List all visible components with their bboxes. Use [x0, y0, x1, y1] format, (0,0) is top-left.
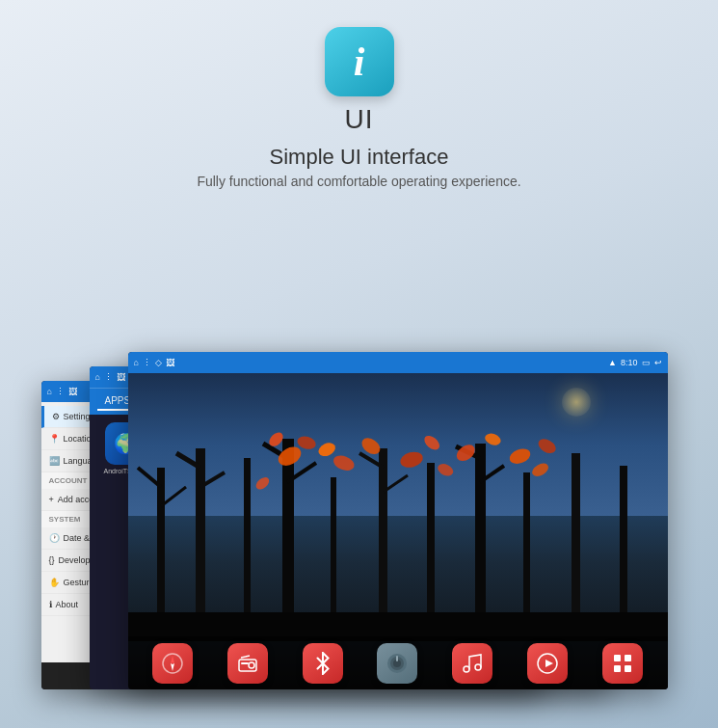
- menu-btn-3[interactable]: ⋮: [143, 358, 151, 367]
- music-svg-icon: [461, 652, 484, 675]
- svg-marker-51: [545, 660, 553, 667]
- status-left-1: ⌂ ⋮ 🖼: [47, 387, 77, 396]
- photo-btn-1[interactable]: 🖼: [68, 387, 77, 396]
- screen-front: ⌂ ⋮ ◇ 🖼 ▲ 8:10 ▭ ↩: [128, 352, 668, 689]
- photo-btn-3[interactable]: 🖼: [166, 358, 174, 367]
- home-btn-2[interactable]: ⌂: [95, 372, 100, 382]
- knob-svg-icon: [386, 652, 409, 675]
- app-icon: i: [325, 27, 394, 96]
- app-title: UI: [345, 104, 374, 135]
- app-icon-letter: i: [354, 41, 365, 82]
- svg-line-41: [241, 656, 250, 658]
- svg-point-49: [475, 664, 481, 670]
- music-dock-icon[interactable]: [452, 643, 492, 684]
- headline: Simple UI interface: [270, 145, 449, 170]
- svg-marker-38: [171, 656, 174, 663]
- svg-rect-7: [475, 444, 486, 641]
- trees-svg: [128, 429, 668, 641]
- home-btn-1[interactable]: ⌂: [47, 387, 52, 396]
- dev-icon: {}: [49, 555, 55, 565]
- knob-dock-icon[interactable]: [377, 643, 417, 684]
- screens-container: ⌂ ⋮ 🖼 ▲ 8:05 ▭ ↩ ⚙ Settings 📍 Location: [32, 352, 687, 728]
- status-left-2: ⌂ ⋮ 🖼: [95, 372, 125, 382]
- grid-dock-icon[interactable]: [602, 643, 643, 684]
- back-btn-3[interactable]: ↩: [654, 358, 662, 367]
- svg-point-42: [249, 662, 254, 668]
- settings-icon: ⚙: [52, 412, 60, 421]
- signal-icon-3: ▲: [608, 358, 617, 367]
- about-icon: ℹ: [49, 600, 52, 609]
- grid-svg-icon: [611, 652, 634, 675]
- about-label: About: [56, 600, 79, 609]
- svg-rect-43: [241, 662, 249, 664]
- svg-rect-3: [282, 439, 294, 641]
- diamond-btn-3[interactable]: ◇: [155, 358, 162, 367]
- subheadline: Fully functional and comfortable operati…: [197, 174, 520, 189]
- bluetooth-dock-icon[interactable]: [303, 643, 343, 684]
- svg-rect-53: [625, 655, 631, 661]
- menu-btn-1[interactable]: ⋮: [56, 387, 65, 396]
- clock-icon: 🕐: [49, 533, 60, 543]
- moon-light: [562, 388, 591, 417]
- svg-marker-39: [171, 663, 174, 671]
- photo-btn-2[interactable]: 🖼: [117, 372, 125, 382]
- top-section: i UI Simple UI interface Fully functiona…: [0, 0, 718, 189]
- radio-svg-icon: [236, 652, 259, 675]
- status-left-3: ⌂ ⋮ ◇ 🖼: [134, 358, 174, 367]
- location-icon: 📍: [49, 434, 60, 444]
- svg-point-48: [464, 666, 469, 672]
- compass-dock-icon[interactable]: [152, 643, 193, 684]
- radio-dock-icon[interactable]: [227, 643, 268, 684]
- svg-rect-52: [614, 655, 621, 661]
- video-dock-icon[interactable]: [527, 643, 568, 684]
- language-icon: 🔤: [49, 456, 60, 466]
- menu-btn-2[interactable]: ⋮: [104, 372, 113, 382]
- nature-bg: [128, 373, 668, 689]
- bluetooth-svg-icon: [311, 652, 334, 675]
- battery-icon-3: ▭: [642, 358, 651, 367]
- add-icon: +: [49, 495, 54, 504]
- svg-rect-54: [614, 665, 621, 672]
- gesture-icon: ✋: [49, 578, 60, 587]
- compass-svg-icon: [161, 652, 184, 675]
- bottom-dock: [128, 636, 668, 689]
- status-right-3: ▲ 8:10 ▭ ↩: [608, 358, 661, 367]
- home-btn-3[interactable]: ⌂: [134, 358, 139, 367]
- status-bar-3: ⌂ ⋮ ◇ 🖼 ▲ 8:10 ▭ ↩: [128, 352, 668, 373]
- time-3: 8:10: [621, 358, 638, 367]
- video-svg-icon: [536, 652, 559, 675]
- svg-rect-55: [625, 665, 631, 672]
